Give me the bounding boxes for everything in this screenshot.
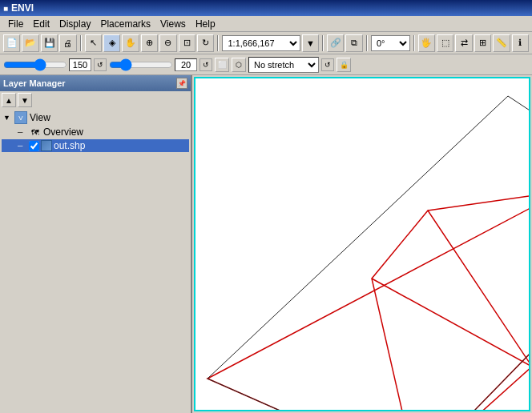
hand-tool[interactable]: 🖐 [418,34,435,52]
measure-tool[interactable]: 📏 [493,34,510,52]
overview-icon: 🗺 [29,126,42,138]
menu-placemarks[interactable]: Placemarks [95,17,155,31]
view-icon: V [14,111,27,124]
stretch-refresh1[interactable]: ↺ [321,58,334,71]
brightness-slider[interactable] [3,59,67,70]
sep2 [217,35,219,51]
outer-polygon [208,165,529,410]
pin-button[interactable]: 📌 [176,78,187,89]
print-button[interactable]: 🖨 [59,34,76,52]
layers-tool[interactable]: ⧉ [345,34,362,52]
open-button[interactable]: 📂 [22,34,38,52]
app-title: ENVI [11,2,34,14]
brightness-value: 150 [69,58,91,71]
inner-polygon [372,211,529,410]
sep4 [366,35,368,51]
overview-label: Overview [43,126,83,138]
map-view[interactable] [194,77,530,411]
layer-panel: Layer Manager 📌 ▲ ▼ ▼ V View ─ 🗺 Overvie… [0,75,192,413]
layer-expand-icon: ─ [18,142,29,150]
zoom-in-tool[interactable]: ⊕ [141,34,158,52]
overview-expand-icon: ─ [18,128,29,136]
new-button[interactable]: 📄 [3,34,20,52]
layer-label: out.shp [54,140,85,151]
shp-icon [41,140,52,151]
view-label: View [30,112,50,123]
top-line [428,170,529,211]
save-button[interactable]: 💾 [41,34,58,52]
stretch-select[interactable]: No stretch Linear Gaussian Equalization … [248,57,319,73]
stretch-circle-icon[interactable]: ⬡ [232,58,246,72]
tree-view-item[interactable]: ▼ V View [2,110,189,125]
scale-select[interactable]: 1:1,666,167 [222,35,300,51]
menu-bar: File Edit Display Placemarks Views Help [0,16,532,32]
sep5 [413,35,415,51]
main-area: Layer Manager 📌 ▲ ▼ ▼ V View ─ 🗺 Overvie… [0,75,532,413]
black-outline [208,96,529,410]
layer-nav-down[interactable]: ▼ [18,93,32,107]
select-tool[interactable]: ◈ [103,34,120,52]
cursor-tool[interactable]: ↖ [85,34,102,52]
view-expand-icon[interactable]: ▼ [3,114,14,122]
middle-line [372,279,529,367]
overview-tool[interactable]: ⊞ [474,34,491,52]
brightness-control: 150 [3,58,91,71]
menu-edit[interactable]: Edit [28,17,54,31]
zoom-window[interactable]: ⬚ [437,34,453,52]
contrast-refresh[interactable]: ↺ [200,58,212,71]
title-bar: ■ ENVI [0,0,532,16]
layer-nav: ▲ ▼ [0,91,191,109]
stretch-lock[interactable]: 🔒 [337,58,351,72]
contrast-value: 20 [175,58,197,71]
layer-tree: ▼ V View ─ 🗺 Overview ─ out.shp [0,109,191,413]
info-tool[interactable]: ℹ [512,34,529,52]
layer-panel-header: Layer Manager 📌 [0,75,191,91]
sep1 [80,35,82,51]
menu-display[interactable]: Display [54,17,95,31]
menu-views[interactable]: Views [155,17,191,31]
sync-tool[interactable]: ⇄ [455,34,472,52]
contrast-control: 20 [109,58,197,71]
layer-nav-up[interactable]: ▲ [2,93,16,107]
tree-layer-item[interactable]: ─ out.shp [2,139,189,152]
pan-tool[interactable]: ✋ [122,34,139,52]
link-tool[interactable]: 🔗 [327,34,344,52]
rotate-tool[interactable]: ↻ [197,34,214,52]
toolbar2: 150 ↺ 20 ↺ ⬜ ⬡ No stretch Linear Gaussia… [0,54,532,75]
brightness-refresh[interactable]: ↺ [94,58,107,71]
zoom-extent-tool[interactable]: ⊡ [179,34,195,52]
menu-help[interactable]: Help [191,17,220,31]
contrast-slider[interactable] [109,59,173,70]
map-canvas [195,78,529,410]
menu-file[interactable]: File [3,17,28,31]
stretch-rect-icon[interactable]: ⬜ [215,58,229,72]
scale-dropdown[interactable]: ▼ [302,34,319,52]
toolbar1: 📄 📂 💾 🖨 ↖ ◈ ✋ ⊕ ⊖ ⊡ ↻ 1:1,666,167 ▼ 🔗 ⧉ … [0,32,532,54]
sep3 [322,35,324,51]
rotation-select[interactable]: 0° [371,35,410,51]
layer-visibility-checkbox[interactable] [29,141,39,151]
layer-panel-title: Layer Manager [3,78,66,88]
app-icon: ■ [3,4,8,13]
tree-overview-item[interactable]: ─ 🗺 Overview [2,125,189,139]
zoom-out-tool[interactable]: ⊖ [159,34,176,52]
